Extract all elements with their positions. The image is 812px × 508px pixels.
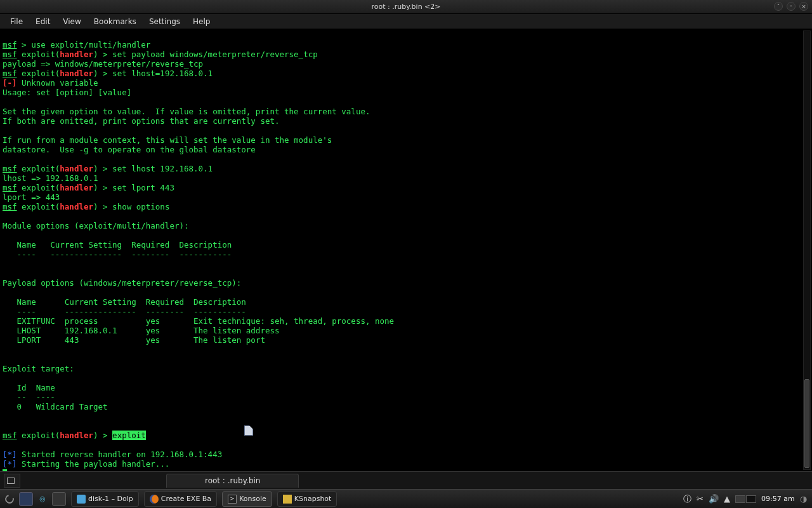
- ksnapshot-icon: [283, 495, 292, 504]
- minimize-button[interactable]: ˅: [774, 2, 783, 11]
- window-title: root : .ruby.bin <2>: [371, 3, 440, 11]
- window-titlebar: root : .ruby.bin <2> ˅ ◦ ×: [0, 0, 812, 14]
- menu-view[interactable]: View: [56, 15, 87, 28]
- folder-icon: [77, 495, 86, 504]
- konsole-icon: [228, 495, 237, 504]
- konsole-tab[interactable]: root : .ruby.bin: [166, 474, 299, 488]
- pager[interactable]: [735, 495, 756, 503]
- terminal-viewport[interactable]: msf > use exploit/multi/handler msf expl…: [0, 29, 812, 471]
- info-tray-icon[interactable]: ⓘ: [683, 493, 691, 505]
- menu-file[interactable]: File: [4, 15, 29, 28]
- updates-tray-icon[interactable]: ▲: [724, 494, 730, 504]
- show-desktop-button[interactable]: [19, 492, 33, 506]
- page-icon: [244, 425, 253, 436]
- menu-help[interactable]: Help: [187, 15, 216, 28]
- tab-label: root : .ruby.bin: [205, 476, 260, 485]
- kde-logo-icon: [4, 493, 15, 505]
- volume-tray-icon[interactable]: 🔊: [709, 494, 719, 504]
- kickoff-launcher[interactable]: [3, 492, 16, 506]
- quicklaunch-2[interactable]: [52, 492, 66, 506]
- firefox-icon: [150, 495, 159, 504]
- desktop-2[interactable]: [746, 495, 756, 503]
- task-label: Create EXE Ba: [161, 495, 211, 503]
- close-button[interactable]: ×: [799, 2, 808, 11]
- menu-edit[interactable]: Edit: [29, 15, 56, 28]
- terminal-icon: [7, 478, 15, 484]
- system-taskbar: ◎ disk-1 – Dolp Create EXE Ba Konsole KS…: [0, 489, 812, 508]
- klipper-tray-icon[interactable]: ✂: [697, 494, 704, 504]
- konsole-tabstrip: root : .ruby.bin: [0, 471, 812, 489]
- task-dolphin[interactable]: disk-1 – Dolp: [71, 491, 139, 507]
- task-label: Konsole: [239, 495, 266, 503]
- task-firefox[interactable]: Create EXE Ba: [144, 491, 217, 507]
- menu-settings[interactable]: Settings: [143, 15, 187, 28]
- desktop-1[interactable]: [735, 495, 745, 503]
- task-konsole[interactable]: Konsole: [222, 491, 272, 507]
- task-label: KSnapshot: [294, 495, 332, 503]
- terminal-output[interactable]: msf > use exploit/multi/handler msf expl…: [0, 29, 812, 471]
- cashew-icon[interactable]: ◑: [800, 494, 807, 504]
- quicklaunch-1[interactable]: ◎: [36, 492, 49, 506]
- clock[interactable]: 09:57 am: [761, 495, 795, 503]
- menubar: File Edit View Bookmarks Settings Help: [0, 14, 812, 29]
- new-tab-button[interactable]: [4, 474, 20, 488]
- menu-bookmarks[interactable]: Bookmarks: [88, 15, 143, 28]
- task-ksnapshot[interactable]: KSnapshot: [277, 491, 337, 507]
- terminal-scrollbar[interactable]: [803, 30, 811, 470]
- task-label: disk-1 – Dolp: [88, 495, 133, 503]
- maximize-button[interactable]: ◦: [787, 2, 796, 11]
- scrollbar-thumb[interactable]: [804, 379, 809, 468]
